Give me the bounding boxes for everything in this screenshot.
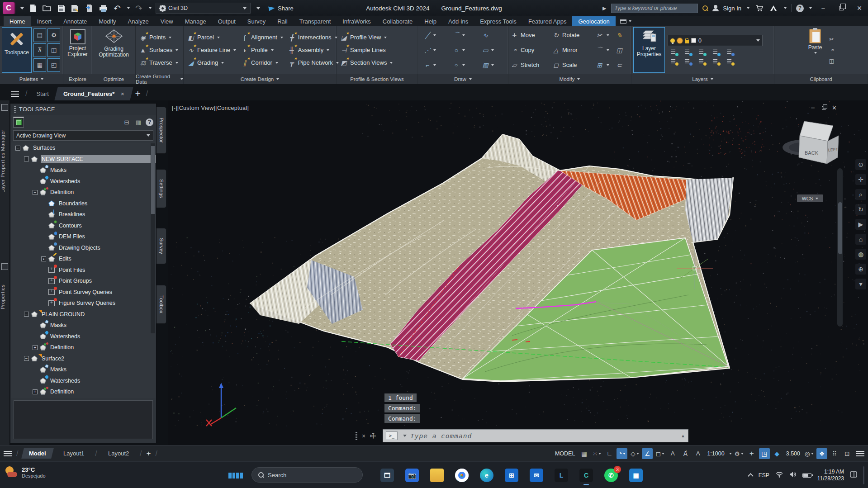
tree-item-surface2[interactable]: −Surface2 [11,353,156,365]
open-folder-icon[interactable] [42,3,52,13]
clock-widget[interactable]: 1:19 AM 11/28/2023 [817,469,844,482]
zoom-extents-icon[interactable]: ⊕ [855,264,866,275]
profile-dropdown-icon[interactable] [271,49,274,51]
ribbon-display-toggle[interactable] [620,16,631,26]
autodesk-dropdown-icon[interactable] [784,7,787,9]
model-tab[interactable]: Model [22,448,54,459]
search-expand-icon[interactable]: ▶ [602,5,606,11]
viewport-close-icon[interactable]: × [832,104,836,112]
ribbon-tab-analyze[interactable]: Analyze [122,16,155,26]
taskbar-whatsapp[interactable]: ✆3 [604,468,618,483]
draw-polyline-button[interactable] [420,61,449,69]
clean-screen-tag-icon[interactable]: ❖ [816,448,827,459]
panorama-toggle-icon[interactable]: ▦ [33,58,46,72]
volume-icon[interactable] [789,471,797,479]
isometric-drafting-icon[interactable]: ◇ [629,448,640,459]
app-menu-button[interactable]: C [3,2,14,14]
layers-panel-label[interactable]: Layers [631,74,774,84]
assembly-button[interactable]: Assembly [286,44,340,56]
pan-icon[interactable]: ✛ [855,174,866,185]
taskbar-desktop-app[interactable]: 🗔 [380,468,394,483]
tree-expander-icon[interactable]: + [33,389,38,394]
redo-icon[interactable]: ↷ [134,3,144,13]
taskbar-edge[interactable]: e [479,468,494,483]
ribbon-tab-insert[interactable]: Insert [31,16,58,26]
layer-walk-icon[interactable] [724,57,735,65]
draw-construction-line-button[interactable] [420,46,449,54]
tree-item-plain-ground[interactable]: −PLAIN GROUND [11,309,156,320]
tree-item-point-survey-queries[interactable]: Point Survey Queries [11,287,156,298]
taskbar-chrome[interactable] [455,468,469,483]
erase-button[interactable] [615,31,628,39]
tree-item-surfaces[interactable]: −Surfaces [11,142,156,154]
draw-ellipse-button[interactable] [449,61,478,69]
layer-off-icon[interactable] [668,47,678,56]
save-as-icon[interactable] [70,3,80,13]
share-button[interactable]: Share [269,5,294,12]
parcel-button[interactable]: Parcel [185,32,237,43]
traverse-dropdown-icon[interactable] [175,62,178,64]
taskbar-microsoft-store[interactable]: ⊞ [504,468,519,483]
settings-toggle-icon[interactable]: ⚙ [47,28,60,42]
properties-tab[interactable]: Properties [0,274,10,319]
ribbon-tab-infraworks[interactable]: InfraWorks [337,16,377,26]
prospector-toggle-icon[interactable]: ▤ [33,28,46,42]
snap-mode-icon[interactable]: ⁙ [591,448,602,459]
taskbar-file-explorer[interactable] [430,468,444,483]
orbit-icon[interactable]: ↻ [855,204,866,215]
navigation-bar-collapsed[interactable] [837,168,843,327]
tree-item-boundaries[interactable]: Boundaries [11,198,156,209]
move-button[interactable]: Move [510,31,552,39]
zoom-icon[interactable]: ⌕ [855,189,866,200]
layer-make-current-icon[interactable] [724,47,735,56]
tree-expander-icon[interactable]: + [33,345,38,350]
ribbon-tab-geolocation[interactable]: Geolocation [572,16,615,26]
undo-icon[interactable]: ↶ [112,3,122,13]
language-indicator[interactable]: ESP [759,472,769,479]
copy-button[interactable]: Copy [510,46,552,54]
view-selector[interactable]: Active Drawing View [13,130,153,141]
tree-item-watersheds[interactable]: Watersheds [11,176,156,187]
app-menu-arrow-icon[interactable] [20,7,24,9]
item-view-orientation-icon[interactable]: ⊟ [122,118,131,126]
tree-scrollbar-thumb[interactable] [151,146,155,214]
command-close-icon[interactable]: × [362,432,365,440]
workspace-selector[interactable]: Civil 3D [156,3,251,14]
assembly-dropdown-icon[interactable] [327,49,329,51]
layer-unisolate-icon[interactable] [682,57,693,65]
wcs-selector[interactable]: WCS [797,194,823,202]
help-icon[interactable]: ? [796,5,804,12]
draw-hatch-button[interactable] [478,61,507,69]
profile-button[interactable]: Profile [239,44,285,56]
copy-clip-icon[interactable] [827,46,835,54]
search-icon[interactable] [702,5,708,11]
ribbon-tab-transparent[interactable]: Transparent [294,16,337,26]
section-views-dropdown-icon[interactable] [390,62,393,64]
tin-surface[interactable] [250,134,733,382]
mirror-button[interactable]: Mirror [552,46,595,54]
notification-icon[interactable] [850,471,857,480]
steering-wheel-icon[interactable]: ◍ [855,249,866,260]
layer-thaw-all-icon[interactable] [696,57,707,65]
sign-in-dropdown-icon[interactable] [747,7,749,9]
tree-item-point-files[interactable]: Point Files [11,265,156,276]
viewcube[interactable]: BACK LEFT [783,113,846,181]
3d-graphics-icon[interactable]: ◆ [772,448,783,459]
grading-dropdown-icon[interactable] [221,62,224,64]
palette-tab-prospector[interactable]: Prospector [157,107,166,154]
draw-rectangle-button[interactable] [478,46,507,54]
command-prompt-icon[interactable]: >_ [386,431,398,440]
create-ground-data-panel-label[interactable]: Create Ground Data [136,74,183,84]
layer-properties-manager-tab[interactable]: Layer Properties Manager [0,116,10,206]
graphics-performance-icon[interactable]: ◳ [759,448,770,459]
workspace-switching-icon[interactable]: ⚙ [734,448,745,459]
taskbar-camera-app[interactable]: 📷 [405,468,419,483]
app-store-cart-icon[interactable] [754,3,764,13]
layer-dropdown-icon[interactable] [756,39,760,42]
ribbon-tab-output[interactable]: Output [212,16,242,26]
annotation-monitor-icon[interactable]: + [746,448,757,459]
help-dropdown-icon[interactable] [809,7,812,9]
layer-freeze-icon[interactable] [696,47,707,56]
customization-menu-icon[interactable] [856,451,864,456]
draw-circle-button[interactable] [449,46,478,54]
